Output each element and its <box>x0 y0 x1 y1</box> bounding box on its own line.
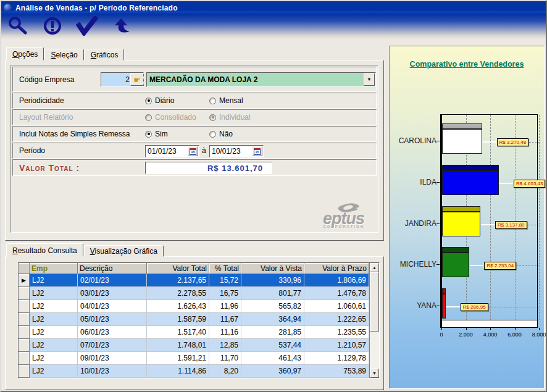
x-tick-mark <box>539 328 540 330</box>
bar-value-label: R$ 3.270,48 <box>497 138 529 146</box>
combo-dropdown-button[interactable]: ▼ <box>364 73 375 86</box>
cell-pct-total: 15,72 <box>209 274 241 287</box>
cell-valor-total: 2.137,65 <box>147 274 209 287</box>
label-dash-line <box>488 307 540 307</box>
tab-opcoes[interactable]: Opções <box>6 47 44 60</box>
codigo-empresa-label: Código Empresa <box>19 75 74 84</box>
cell-valor-total: 2.278,55 <box>147 287 209 300</box>
bar-cap <box>442 165 499 170</box>
table-row[interactable]: LJ207/01/231.748,0112,85537,441.210,57 <box>19 339 379 352</box>
radio-individual-circle <box>209 114 216 121</box>
header-emp[interactable]: Emp <box>30 263 78 274</box>
radio-diario-label: Diário <box>155 96 174 105</box>
chart-bar-yana[interactable] <box>442 294 446 319</box>
scroll-track[interactable] <box>370 332 379 369</box>
opcoes-tabpage: Código Empresa ☛ MERCADÃO DA MODA LOJA 2… <box>5 60 384 241</box>
empresa-combo[interactable]: MERCADÃO DA MODA LOJA 2 ▼ <box>146 72 376 87</box>
scroll-down-icon: ▼ <box>372 371 377 375</box>
periodo-label: Período <box>19 146 45 155</box>
periodo-from-field[interactable]: 01/01/23 15 <box>145 145 199 157</box>
row-indicator <box>19 365 30 378</box>
cell-emp: LJ2 <box>30 339 78 352</box>
bottom-tabstrip: Resultado Consulta Visualização Gráfica <box>6 243 164 257</box>
options-groupbox: Código Empresa ☛ MERCADÃO DA MODA LOJA 2… <box>10 65 378 233</box>
cell-pct-total: 8,20 <box>209 365 241 378</box>
header-descricao[interactable]: Descrição <box>78 263 147 274</box>
chart-bar-ilda[interactable] <box>442 170 499 195</box>
label-dash-line <box>527 225 540 225</box>
table-row[interactable]: LJ204/01/231.626,4311,96565,821.060,61 <box>19 300 379 313</box>
chart-panel: Comparativo entre Vendedores R$ 3.270,48… <box>389 46 545 389</box>
radio-nao[interactable]: Não <box>209 130 233 138</box>
label-connector <box>446 306 460 307</box>
confirm-button[interactable] <box>75 17 99 37</box>
header-pct-total[interactable]: % Total <box>209 263 241 274</box>
radio-mensal[interactable]: Mensal <box>209 96 243 105</box>
periodo-to-field[interactable]: 10/01/23 15 <box>209 145 264 157</box>
tab-selecao[interactable]: Seleção <box>44 49 83 60</box>
search-icon <box>7 16 28 38</box>
scroll-thumb[interactable] <box>370 272 379 332</box>
table-row[interactable]: LJ210/01/231.114,868,20360,97753,89 <box>19 365 379 378</box>
window-title: Análise de Vendas - p/ Período Referenci… <box>15 4 178 12</box>
cell-valor-prazo: 1.210,57 <box>304 339 369 352</box>
table-row[interactable]: ▶LJ202/01/232.137,6515,72330,961.806,69 <box>19 274 379 287</box>
bar-cap <box>442 123 482 129</box>
chart-category-label: CAROLINA <box>391 136 436 145</box>
layout-relatorio-row: Layout Relatório Consolidado Individual <box>12 109 377 125</box>
x-tick-mark <box>515 328 516 330</box>
toolbar <box>1 14 546 40</box>
scroll-up-button[interactable]: ▲ <box>370 263 379 272</box>
eptus-logo: eptus CORPORATION <box>296 202 364 228</box>
info-button[interactable] <box>41 17 64 37</box>
tab-graficos[interactable]: Gráficos <box>85 49 125 60</box>
bar-value-label: R$ 4.653,43 <box>514 180 546 188</box>
calendar-from-button[interactable]: 15 <box>188 146 198 156</box>
table-row[interactable]: LJ209/01/231.591,2111,70461,431.129,78 <box>19 352 379 365</box>
periodo-from-value: 01/01/23 <box>146 147 188 156</box>
cell-valor-prazo: 753,89 <box>304 365 369 378</box>
table-row[interactable]: LJ206/01/231.517,4011,16281,851.235,55 <box>19 326 379 339</box>
chart-bar-michelly[interactable] <box>442 252 469 277</box>
cell-valor-total: 1.114,86 <box>147 365 209 378</box>
row-indicator <box>19 352 30 365</box>
scroll-down-button[interactable]: ▼ <box>370 369 379 378</box>
table-row[interactable]: LJ205/01/231.587,5911,67364,941.222,65 <box>19 313 379 326</box>
lookup-hand-button[interactable]: ☛ <box>130 73 144 86</box>
titlebar[interactable]: Análise de Vendas - p/ Período Referenci… <box>1 1 546 14</box>
cell-valor-prazo: 1.129,78 <box>304 352 369 365</box>
periodo-to-value: 10/01/23 <box>210 147 252 156</box>
bar-cap <box>442 247 469 252</box>
tab-resultado-consulta[interactable]: Resultado Consulta <box>6 243 83 257</box>
x-tick-mark <box>490 328 491 330</box>
calendar-to-button[interactable]: 15 <box>252 146 262 156</box>
search-button[interactable] <box>6 17 30 37</box>
cell-emp: LJ2 <box>30 313 78 326</box>
label-connector <box>481 224 495 225</box>
chart-bar-carolina[interactable] <box>442 129 482 154</box>
radio-diario[interactable]: Diário <box>145 96 174 105</box>
chart-title-link[interactable]: Comparativo entre Vendedores <box>390 60 544 69</box>
header-valor-total[interactable]: Valor Total <box>147 263 209 274</box>
chart-bar-jandira[interactable] <box>442 212 480 236</box>
cell-descricao: 03/01/23 <box>78 287 147 300</box>
table-row[interactable]: LJ203/01/232.278,5516,75801,771.476,78 <box>19 287 379 300</box>
results-grid: Emp Descrição Valor Total % Total Valor … <box>18 262 380 378</box>
header-valor-vista[interactable]: Valor à Vista <box>241 263 304 274</box>
radio-individual-label: Individual <box>219 113 251 122</box>
exit-button[interactable] <box>110 17 133 37</box>
x-tick-mark <box>466 328 467 330</box>
x-tick-mark <box>441 328 442 330</box>
tab-visualizacao-grafica[interactable]: Visualização Gráfica <box>84 245 164 257</box>
cell-valor-vista: 281,85 <box>241 326 304 339</box>
cell-descricao: 04/01/23 <box>78 300 147 313</box>
grid-scrollbar[interactable]: ▲ ▼ <box>369 263 379 378</box>
cell-pct-total: 11,70 <box>209 352 241 365</box>
cell-valor-vista: 461,43 <box>241 352 304 365</box>
header-valor-prazo[interactable]: Valor à Prazo <box>304 263 369 274</box>
cell-descricao: 05/01/23 <box>78 313 147 326</box>
cell-emp: LJ2 <box>30 274 78 287</box>
x-tick-label: 0 <box>440 332 443 338</box>
radio-sim[interactable]: Sim <box>145 130 168 138</box>
radio-sim-circle <box>145 131 152 138</box>
